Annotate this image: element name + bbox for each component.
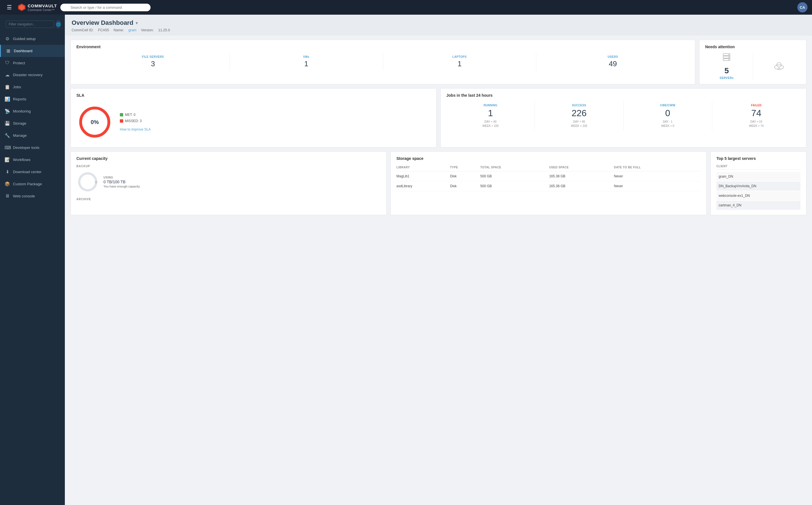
content-area: Overview Dashboard ▾ CommCell ID: FCA55 … — [65, 15, 812, 505]
sidebar-item-web-console[interactable]: 🖥 Web console — [0, 190, 65, 202]
server-icon — [722, 53, 731, 65]
capacity-backup-info: USING 0 TB/100 TB You have enough capaci… — [104, 176, 141, 188]
list-item[interactable]: DN_BackupVmAnita_DN — [717, 182, 800, 191]
name-value[interactable]: gram — [129, 28, 137, 32]
sidebar-item-label: Download center — [13, 170, 41, 174]
storage-col-library: LIBRARY — [396, 165, 450, 171]
sidebar-item-guided-setup[interactable]: ⚙ Guided setup — [0, 33, 65, 45]
sidebar-item-protect[interactable]: 🛡 Protect — [0, 57, 65, 69]
disaster-recovery-icon: ☁ — [5, 72, 10, 77]
sla-legend-missed: MISSED: 3 — [120, 119, 151, 123]
sidebar-item-developer-tools[interactable]: ⌨ Developer tools — [0, 142, 65, 154]
storage-used-1: 165.38 GB — [549, 171, 614, 181]
sidebar-item-label: Developer tools — [13, 146, 39, 150]
storage-card: Storage space LIBRARY TYPE TOTAL SPACE U… — [391, 151, 706, 215]
jobs-icon: 📋 — [5, 84, 10, 90]
job-stat-running[interactable]: RUNNING 1 DAY + 40 WEEK + 226 — [446, 102, 535, 130]
na-servers-count: 5 — [724, 66, 729, 75]
job-stat-cwe[interactable]: CWE/CWW 0 DAY - 1 WEEK + 0 — [624, 102, 712, 130]
guided-setup-icon: ⚙ — [5, 36, 10, 41]
capacity-backup-note: You have enough capacity. — [104, 185, 141, 188]
env-stat-file-servers[interactable]: FILE SERVERS 3 — [76, 53, 230, 70]
web-console-icon: 🖥 — [5, 193, 10, 198]
sla-improve-link[interactable]: How to improve SLA — [120, 128, 151, 131]
filter-navigation-input[interactable] — [6, 21, 54, 28]
storage-date-1: Never — [614, 171, 701, 181]
env-stat-users[interactable]: USERS 49 — [536, 53, 689, 70]
row-bottom: Current capacity BACKUP USING — [70, 151, 806, 215]
sidebar-item-disaster-recovery[interactable]: ☁ Disaster recovery — [0, 69, 65, 81]
capacity-backup-section: BACKUP USING 0 TB/100 TB — [76, 165, 381, 193]
sidebar-item-reports[interactable]: 📊 Reports — [0, 93, 65, 105]
search-input[interactable] — [60, 4, 151, 11]
sidebar-item-manage[interactable]: 🔧 Manage — [0, 129, 65, 142]
env-stat-laptops[interactable]: LAPTOPS 1 — [383, 53, 537, 70]
name-label: Name: — [114, 28, 124, 32]
job-cwe-delta: DAY - 1 WEEK + 0 — [625, 120, 711, 128]
sidebar-item-storage[interactable]: 💾 Storage — [0, 117, 65, 129]
sidebar-item-workflows[interactable]: 📝 Workflows — [0, 154, 65, 166]
sidebar: 🌐 ⚙ Guided setup ⊞ Dashboard 🛡 Protect ☁… — [0, 15, 65, 505]
svg-point-14 — [79, 173, 96, 190]
sidebar-item-custom-package[interactable]: 📦 Custom Package — [0, 178, 65, 190]
list-item[interactable]: webconsole-ex1_DN — [717, 191, 800, 200]
meta-row: CommCell ID: FCA55 Name: gram Version: 1… — [71, 28, 805, 32]
storage-library-2: asdLibrary — [396, 181, 450, 191]
sla-body: 0% MET: 0 MISSED: 3 — [76, 102, 430, 143]
job-cwe-value: 0 — [625, 108, 711, 119]
capacity-card: Current capacity BACKUP USING — [70, 151, 387, 215]
env-stat-vms-value: 1 — [230, 59, 383, 68]
env-stat-file-servers-value: 3 — [76, 59, 229, 68]
sla-legend: MET: 0 MISSED: 3 — [120, 113, 151, 123]
capacity-backup-value: 0 TB/100 TB — [104, 180, 141, 184]
avatar[interactable]: CA — [797, 2, 807, 12]
version-label: Version: — [141, 28, 154, 32]
storage-col-date: DATE TO BE FULL — [614, 165, 701, 171]
commvault-logo-icon — [17, 3, 26, 12]
sidebar-item-dashboard[interactable]: ⊞ Dashboard — [0, 45, 65, 57]
na-servers-item[interactable]: 5 SERVERs — [705, 53, 753, 79]
env-stat-vms[interactable]: VMs 1 — [230, 53, 383, 70]
sidebar-item-download-center[interactable]: ⬇ Download center — [0, 166, 65, 178]
job-stat-failed[interactable]: FAILED 74 DAY + 15 WEEK + 74 — [712, 102, 800, 130]
env-stat-laptops-value: 1 — [383, 59, 536, 68]
dashboard-dropdown-chevron[interactable]: ▾ — [136, 20, 138, 26]
list-item[interactable]: cartman_4_DN — [717, 201, 800, 210]
missed-dot — [120, 119, 123, 123]
topbar-right: CA — [797, 2, 807, 12]
svg-point-5 — [729, 54, 730, 55]
table-row: asdLibrary Disk 500 GB 165.38 GB Never — [396, 181, 700, 191]
developer-tools-icon: ⌨ — [5, 145, 10, 150]
storage-type-1: Disk — [450, 171, 480, 181]
job-running-delta: DAY + 40 WEEK + 226 — [447, 120, 534, 128]
sidebar-globe-button[interactable]: 🌐 — [56, 20, 61, 28]
storage-col-used: USED SPACE — [549, 165, 614, 171]
storage-table-header: LIBRARY TYPE TOTAL SPACE USED SPACE DATE… — [396, 165, 700, 171]
na-cloud-item[interactable] — [758, 61, 801, 72]
storage-total-1: 500 GB — [480, 171, 549, 181]
commcell-id-label: CommCell ID: — [71, 28, 93, 32]
needs-attention-title: Needs attention — [705, 44, 800, 49]
list-item[interactable]: gram_DN — [717, 172, 800, 181]
hamburger-menu-button[interactable]: ☰ — [5, 3, 14, 12]
env-stat-vms-label: VMs — [230, 55, 383, 58]
sidebar-item-monitoring[interactable]: 📡 Monitoring — [0, 105, 65, 117]
sla-percentage: 0% — [91, 119, 99, 126]
job-success-value: 226 — [536, 108, 622, 119]
top-servers-column-header: CLIENT — [717, 165, 800, 170]
sidebar-item-jobs[interactable]: 📋 Jobs — [0, 81, 65, 93]
sla-donut: 0% — [76, 104, 113, 140]
reports-icon: 📊 — [5, 97, 10, 102]
row-top: Environment FILE SERVERS 3 VMs 1 LAPTOPS — [70, 40, 806, 84]
dashboard-grid: Environment FILE SERVERS 3 VMs 1 LAPTOPS — [65, 35, 812, 220]
storage-used-2: 165.38 GB — [549, 181, 614, 191]
job-stat-success[interactable]: SUCCESS 226 DAY + 40 WEEK + 226 — [535, 102, 623, 130]
na-servers-label: SERVERs — [720, 76, 734, 79]
sidebar-item-label: Monitoring — [13, 109, 31, 113]
sidebar-item-label: Guided setup — [13, 37, 35, 41]
storage-type-2: Disk — [450, 181, 480, 191]
sla-legend-met: MET: 0 — [120, 113, 151, 117]
row-mid: SLA 0% MET: 0 — [70, 88, 806, 148]
jobs-title: Jobs in the last 24 hours — [446, 93, 800, 98]
globe-icon: 🌐 — [56, 22, 61, 26]
